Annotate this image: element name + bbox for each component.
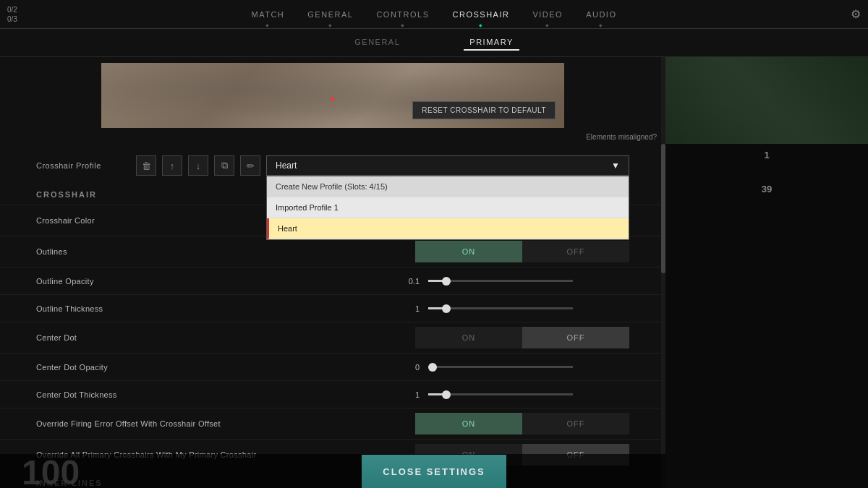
crosshair-dot xyxy=(331,97,335,100)
copy-profile-button[interactable]: ⧉ xyxy=(214,155,234,176)
right-number-1: 1 xyxy=(764,144,769,166)
preview-wrapper: RESET CROSSHAIR TO DEFAULT Elements misa… xyxy=(0,57,665,128)
center-dot-opacity-value: 0 xyxy=(398,363,420,372)
outline-thickness-label: Outline Thickness xyxy=(36,304,398,313)
center-dot-opacity-control: 0 xyxy=(398,363,629,372)
download-profile-button[interactable]: ↓ xyxy=(188,155,208,176)
gear-icon[interactable]: ⚙ xyxy=(851,7,861,21)
dropdown-arrow-icon: ▼ xyxy=(611,160,620,171)
close-settings-button[interactable]: CLOSE SETTINGS xyxy=(362,455,506,488)
outline-thickness-slider[interactable] xyxy=(428,307,573,309)
outline-thickness-value: 1 xyxy=(398,304,420,313)
bottom-bg: 100 12 xyxy=(0,454,665,488)
outlines-row: Outlines On Off xyxy=(0,236,665,267)
edit-profile-button[interactable]: ✏ xyxy=(240,155,260,176)
center-dot-thickness-slider[interactable] xyxy=(428,393,573,395)
center-dot-label: Center Dot xyxy=(36,333,415,342)
elements-misaligned-link[interactable]: Elements misaligned? xyxy=(586,133,657,141)
center-dot-opacity-row: Center Dot Opacity 0 xyxy=(0,353,665,380)
tab-general[interactable]: GENERAL xyxy=(349,35,406,51)
delete-profile-button[interactable]: 🗑 xyxy=(136,155,156,176)
nav-general[interactable]: GENERAL xyxy=(307,7,353,22)
kills-stat: 0/2 xyxy=(7,6,17,14)
profile-row: Crosshair Profile 🗑 ↑ ↓ ⧉ ✏ Heart ▼ Crea… xyxy=(0,150,665,181)
override-firing-label: Override Firing Error Offset With Crossh… xyxy=(36,419,415,428)
create-new-profile-item[interactable]: Create New Profile (Slots: 4/15) xyxy=(267,176,629,197)
profile-label: Crosshair Profile xyxy=(36,161,130,170)
top-bar: 0/2 0/3 MATCH GENERAL CONTROLS CROSSHAIR… xyxy=(0,0,868,29)
center-dot-thickness-value: 1 xyxy=(398,390,420,399)
top-nav: MATCH GENERAL CONTROLS CROSSHAIR VIDEO A… xyxy=(252,7,617,22)
outline-thickness-control: 1 xyxy=(398,304,629,313)
outlines-label: Outlines xyxy=(36,247,415,256)
center-dot-on-button[interactable]: On xyxy=(415,327,522,348)
override-firing-off-button[interactable]: Off xyxy=(522,413,629,435)
center-dot-thickness-row: Center Dot Thickness 1 xyxy=(0,380,665,408)
center-dot-toggle: On Off xyxy=(415,327,629,348)
stats-area: 0/2 0/3 xyxy=(7,6,17,23)
reset-crosshair-button[interactable]: RESET CROSSHAIR TO DEFAULT xyxy=(412,101,556,119)
outline-thickness-row: Outline Thickness 1 xyxy=(0,294,665,322)
tab-primary[interactable]: PRIMARY xyxy=(464,35,519,51)
profile-select[interactable]: Heart ▼ xyxy=(266,155,629,176)
nav-crosshair[interactable]: CROSSHAIR xyxy=(453,7,510,22)
outlines-on-button[interactable]: On xyxy=(415,241,522,262)
outlines-off-button[interactable]: Off xyxy=(522,241,629,262)
imported-profile-item[interactable]: Imported Profile 1 xyxy=(267,197,629,218)
bg-number-100: 100 xyxy=(22,454,80,488)
sub-tabs: GENERAL PRIMARY xyxy=(0,29,868,57)
main-area: RESET CROSSHAIR TO DEFAULT Elements misa… xyxy=(0,57,868,488)
override-firing-row: Override Firing Error Offset With Crossh… xyxy=(0,408,665,439)
settings-panel: RESET CROSSHAIR TO DEFAULT Elements misa… xyxy=(0,57,665,488)
outline-opacity-label: Outline Opacity xyxy=(36,277,398,286)
right-number-39: 39 xyxy=(762,178,772,200)
crosshair-preview: RESET CROSSHAIR TO DEFAULT xyxy=(101,63,564,128)
profile-selected-value: Heart xyxy=(276,160,297,171)
nav-audio[interactable]: AUDIO xyxy=(586,7,616,22)
outline-opacity-row: Outline Opacity 0.1 xyxy=(0,267,665,294)
profile-dropdown-container: Heart ▼ Create New Profile (Slots: 4/15)… xyxy=(266,155,629,176)
assists-stat: 0/3 xyxy=(7,15,17,23)
center-dot-thickness-label: Center Dot Thickness xyxy=(36,390,398,399)
center-dot-off-button[interactable]: Off xyxy=(522,327,629,348)
center-dot-opacity-slider[interactable] xyxy=(428,366,573,368)
nav-match[interactable]: MATCH xyxy=(252,7,285,22)
outline-opacity-slider[interactable] xyxy=(428,280,573,282)
center-dot-thickness-control: 1 xyxy=(398,390,629,399)
nav-video[interactable]: VIDEO xyxy=(532,7,563,22)
override-firing-toggle: On Off xyxy=(415,413,629,435)
outline-opacity-value: 0.1 xyxy=(398,277,420,286)
center-dot-opacity-label: Center Dot Opacity xyxy=(36,363,398,372)
right-panel: 1 39 xyxy=(665,57,868,488)
minimap xyxy=(665,57,868,144)
center-dot-row: Center Dot On Off xyxy=(0,322,665,353)
nav-controls[interactable]: CONTROLS xyxy=(376,7,429,22)
outline-opacity-control: 0.1 xyxy=(398,277,629,286)
override-firing-on-button[interactable]: On xyxy=(415,413,522,435)
outlines-toggle: On Off xyxy=(415,241,629,262)
upload-profile-button[interactable]: ↑ xyxy=(162,155,182,176)
heart-profile-item[interactable]: Heart xyxy=(267,218,629,239)
profile-dropdown: Create New Profile (Slots: 4/15) Importe… xyxy=(266,176,629,240)
